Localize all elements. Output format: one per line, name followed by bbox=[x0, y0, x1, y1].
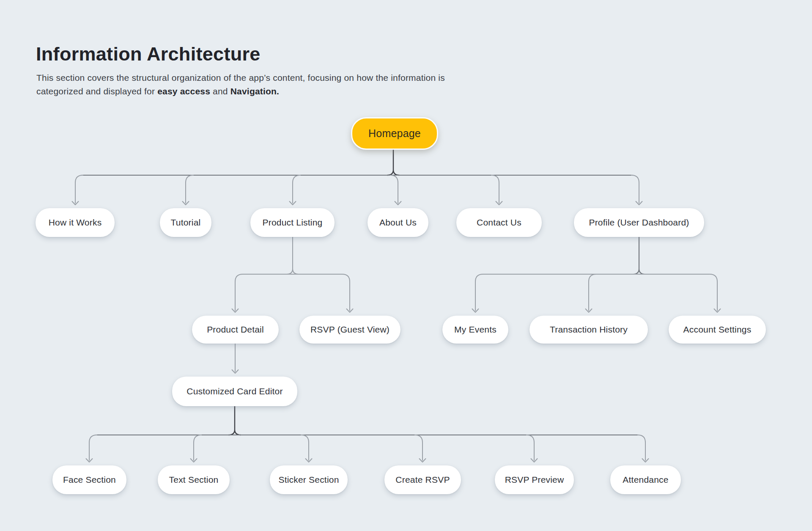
connector-lines bbox=[0, 0, 812, 531]
node-text-section: Text Section bbox=[158, 465, 230, 494]
node-profile-user-dashboard: Profile (User Dashboard) bbox=[574, 208, 704, 237]
node-tutorial: Tutorial bbox=[160, 208, 211, 237]
connector-card-editor-to-children bbox=[86, 406, 649, 462]
node-rsvp-guest-view: RSVP (Guest View) bbox=[299, 316, 401, 344]
sitemap-diagram: Homepage How it Works Tutorial Product L… bbox=[0, 0, 812, 531]
connector-homepage-to-children bbox=[72, 147, 642, 205]
node-contact-us: Contact Us bbox=[456, 208, 542, 237]
connector-profile-to-children bbox=[472, 237, 721, 312]
node-attendance: Attendance bbox=[610, 465, 681, 494]
node-rsvp-preview: RSVP Preview bbox=[495, 465, 574, 494]
connector-product-detail-to-card-editor bbox=[232, 344, 239, 373]
connector-product-listing-to-children bbox=[232, 237, 353, 312]
node-homepage: Homepage bbox=[351, 117, 438, 150]
node-create-rsvp: Create RSVP bbox=[384, 465, 461, 494]
node-how-it-works: How it Works bbox=[36, 208, 115, 237]
node-product-detail: Product Detail bbox=[192, 316, 279, 344]
node-product-listing: Product Listing bbox=[250, 208, 335, 237]
node-my-events: My Events bbox=[442, 316, 508, 344]
node-sticker-section: Sticker Section bbox=[270, 465, 348, 494]
node-about-us: About Us bbox=[368, 208, 428, 237]
node-face-section: Face Section bbox=[52, 465, 126, 494]
node-account-settings: Account Settings bbox=[669, 316, 766, 344]
information-architecture-page: Information Architecture This section co… bbox=[0, 0, 812, 531]
node-transaction-history: Transaction History bbox=[529, 316, 648, 344]
node-customized-card-editor: Customized Card Editor bbox=[172, 377, 297, 406]
